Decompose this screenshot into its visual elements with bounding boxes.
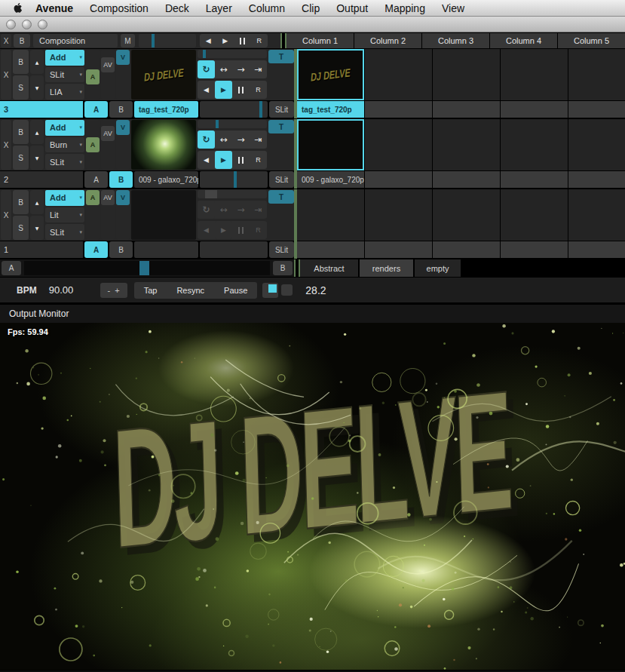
menu-view[interactable]: View	[434, 0, 473, 16]
effect-2-select[interactable]: SLit▾	[45, 154, 84, 170]
menu-layer[interactable]: Layer	[198, 0, 241, 16]
layer-up-button[interactable]: ▲	[30, 50, 44, 74]
audio-fader[interactable]: A	[86, 190, 100, 240]
prev-column-button[interactable]: ◀	[200, 34, 217, 48]
menu-clip[interactable]: Clip	[293, 0, 328, 16]
resync-button[interactable]: Resync	[167, 282, 214, 299]
layer-b-button[interactable]: B	[13, 120, 29, 144]
audio-fader-knob[interactable]: A	[86, 190, 100, 205]
timeline-button[interactable]: T	[268, 120, 294, 133]
layer-b-button[interactable]: B	[13, 190, 29, 214]
composition-b-button[interactable]: B	[14, 34, 30, 48]
crossfader-handle[interactable]	[139, 261, 149, 275]
clip-slot[interactable]: 009 - galaxo_720p	[297, 119, 364, 189]
crossfader-b-button[interactable]: B	[273, 261, 293, 275]
video-fader-knob[interactable]: V	[116, 120, 130, 135]
menu-output[interactable]: Output	[328, 0, 376, 16]
empty-clip-slot[interactable]	[365, 119, 432, 189]
layer-slider[interactable]	[200, 241, 268, 258]
clip-position-bar[interactable]	[198, 120, 267, 128]
crossfader-b-assign[interactable]: B	[109, 171, 133, 188]
apple-menu[interactable]	[8, 2, 27, 14]
audiovideo-fader[interactable]: AV	[101, 120, 115, 170]
restart-button[interactable]: R	[250, 81, 267, 99]
column-5-header[interactable]: Column 5	[558, 33, 625, 48]
audio-fader-knob[interactable]: A	[86, 137, 100, 152]
column-2-header[interactable]: Column 2	[354, 33, 421, 48]
layer-bypass-button[interactable]: X	[1, 50, 11, 100]
close-button[interactable]	[6, 20, 16, 29]
layer-solo-button[interactable]: S	[13, 75, 29, 100]
crossfader-b-assign[interactable]: B	[109, 101, 133, 118]
resync-r-button[interactable]: R	[251, 34, 268, 48]
play-forward-button[interactable]: ▶	[215, 221, 232, 239]
galaxy-thumbnail[interactable]	[297, 119, 364, 170]
video-fader[interactable]: V	[116, 190, 130, 240]
audio-fader[interactable]: A	[86, 120, 100, 170]
bpm-dec-inc-button[interactable]: - +	[100, 283, 127, 298]
slit-button[interactable]: SLit	[269, 101, 294, 118]
menu-deck[interactable]: Deck	[157, 0, 198, 16]
effect-2-select[interactable]: SLit▾	[45, 224, 84, 240]
empty-clip-slot[interactable]	[365, 189, 432, 259]
pause-button[interactable]	[232, 151, 250, 169]
empty-clip-slot[interactable]	[433, 119, 500, 189]
audiovideo-fader-knob[interactable]: AV	[101, 57, 115, 72]
menu-composition[interactable]: Composition	[81, 0, 157, 16]
play-once-button[interactable]: →	[232, 130, 250, 149]
audio-fader[interactable]: A	[86, 50, 100, 100]
loop-button[interactable]: ↻	[198, 201, 215, 219]
active-clip-name[interactable]: tag_test_720p	[134, 101, 198, 118]
audiovideo-fader[interactable]: AV	[101, 190, 115, 240]
empty-clip-slot[interactable]	[568, 49, 625, 118]
layer-bypass-button[interactable]: X	[1, 190, 11, 240]
clip-position-bar[interactable]	[198, 50, 267, 58]
bpm-decrease[interactable]: -	[108, 286, 111, 295]
loop-button[interactable]: ↻	[198, 130, 215, 149]
djdelve-thumbnail[interactable]: DJ DELVE	[297, 49, 364, 100]
restart-button[interactable]: R	[250, 151, 267, 169]
play-once-button[interactable]: →	[232, 60, 250, 78]
clip-slot[interactable]: DJ DELVE tag_test_720p	[297, 49, 364, 118]
active-clip-name[interactable]: 009 - galaxo_720p	[134, 171, 198, 188]
output-monitor-header[interactable]: Output Monitor	[0, 304, 625, 323]
play-once-button[interactable]: →	[232, 201, 250, 219]
composition-speed-slider[interactable]	[139, 34, 196, 48]
layer-down-button[interactable]: ▼	[30, 146, 44, 170]
audiovideo-fader-knob[interactable]: AV	[101, 126, 115, 141]
pause-button[interactable]	[234, 34, 251, 48]
play-forward-button[interactable]: ▶	[215, 151, 232, 169]
loop-button[interactable]: ↻	[198, 60, 215, 78]
bpm-increase[interactable]: +	[115, 286, 119, 295]
timeline-button[interactable]: T	[268, 190, 294, 204]
effect-1-select[interactable]: Lit▾	[45, 207, 84, 223]
layer-number[interactable]: 2	[0, 171, 83, 188]
pause-button[interactable]	[232, 221, 250, 239]
pause-button[interactable]	[232, 81, 250, 99]
effect-1-select[interactable]: SLit▾	[45, 67, 84, 83]
composition-bypass-button[interactable]: X	[1, 34, 11, 48]
effect-1-select[interactable]: Burn▾	[45, 137, 84, 153]
crossfader-track[interactable]	[24, 261, 270, 275]
menu-avenue[interactable]: Avenue	[27, 0, 81, 16]
clip-position-bar[interactable]	[198, 190, 267, 198]
blend-mode-select[interactable]: Add▾	[45, 190, 84, 206]
layer-bypass-button[interactable]: X	[1, 120, 11, 170]
bpm-value[interactable]: 90.00	[49, 284, 84, 296]
empty-clip-slot[interactable]	[433, 49, 500, 118]
layer-number[interactable]: 1	[0, 241, 83, 258]
deck-tab-renders[interactable]: renders	[360, 259, 413, 277]
crossfader-a-assign[interactable]: A	[84, 101, 108, 118]
crossfader-a-assign[interactable]: A	[84, 241, 108, 258]
layer-down-button[interactable]: ▼	[30, 216, 44, 240]
zoom-button[interactable]	[38, 20, 47, 29]
beat-snap-button[interactable]	[281, 284, 293, 296]
column-1-header[interactable]: Column 1	[286, 33, 354, 48]
empty-clip-slot[interactable]	[568, 189, 625, 259]
timeline-button[interactable]: T	[268, 50, 294, 63]
layer-number[interactable]: 3	[0, 101, 83, 118]
video-fader-knob[interactable]: V	[116, 50, 130, 65]
beat-indicator-button[interactable]	[262, 283, 278, 298]
layer-solo-button[interactable]: S	[13, 216, 29, 240]
slit-button[interactable]: SLit	[269, 241, 294, 258]
